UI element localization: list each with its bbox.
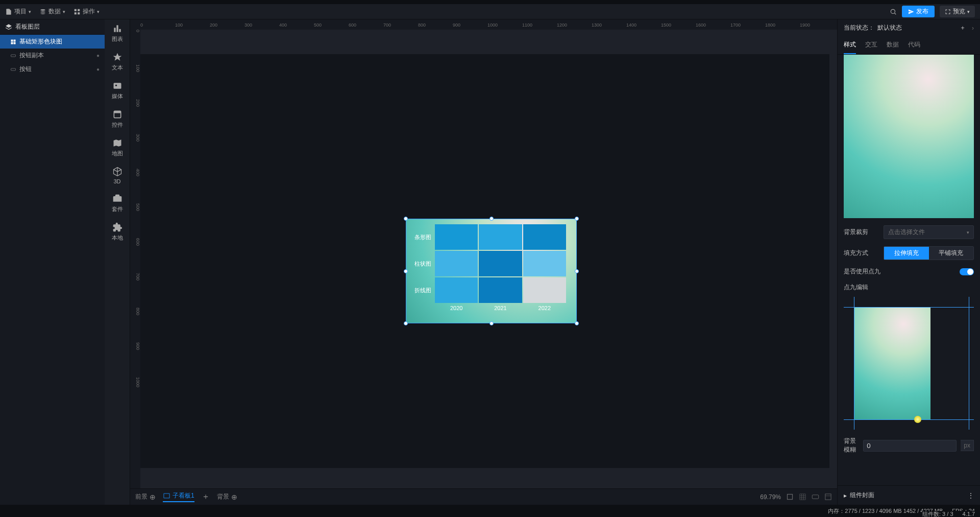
resize-handle-tl[interactable] <box>404 217 408 221</box>
resize-handle-l[interactable] <box>404 269 408 273</box>
tab-code[interactable]: 代码 <box>908 36 920 54</box>
layer-item-button-copy[interactable]: 按钮副本 ● <box>0 49 105 62</box>
nine-patch-toggle[interactable] <box>960 268 974 275</box>
selected-component[interactable]: 条形图 柱状图 折线图 202020212022 <box>406 219 577 323</box>
comp-map[interactable]: 地图 <box>112 138 123 157</box>
resize-handle-bl[interactable] <box>404 321 408 325</box>
properties-tabs: 样式 交互 数据 代码 <box>838 36 980 55</box>
bg-blur-unit: px <box>961 440 974 451</box>
comp-chart[interactable]: 图表 <box>112 24 123 43</box>
comp-text[interactable]: 文本 <box>112 52 123 72</box>
svg-rect-15 <box>113 83 121 89</box>
cover-label: 组件封面 <box>850 491 874 500</box>
menu-project[interactable]: 项目▾ <box>5 7 31 16</box>
nine-line-left[interactable] <box>854 297 854 430</box>
resize-handle-r[interactable] <box>575 269 579 273</box>
layer-item-label: 按钮 <box>19 65 32 74</box>
grid-icon <box>10 39 16 45</box>
suite-icon <box>112 194 122 204</box>
nine-line-right[interactable] <box>969 297 969 430</box>
layer-item-heatmap[interactable]: 基础矩形色块图 <box>0 35 105 49</box>
nine-line-top[interactable] <box>844 307 974 308</box>
nine-toggle-label: 是否使用点九 <box>844 267 955 276</box>
svg-rect-6 <box>11 39 13 41</box>
search-icon[interactable] <box>890 8 897 15</box>
resize-handle-tr[interactable] <box>575 217 579 221</box>
svg-rect-14 <box>119 29 120 32</box>
state-row: 当前状态： 默认状态 ＋ › <box>838 19 980 36</box>
puzzle-icon <box>112 222 122 232</box>
visibility-icon[interactable]: ● <box>96 66 100 72</box>
layer-item-button[interactable]: 按钮 ● <box>0 62 105 76</box>
chevron-right-icon[interactable]: › <box>972 25 974 32</box>
bg-blur-label: 背景模糊 <box>844 437 859 454</box>
svg-rect-3 <box>78 12 80 14</box>
add-state-button[interactable]: ＋ <box>960 24 966 32</box>
state-label: 当前状态： <box>844 24 874 32</box>
comp-suite[interactable]: 套件 <box>112 194 123 213</box>
ruler-horizontal: 0100200300400500600700800900100011001200… <box>140 19 837 30</box>
svg-rect-11 <box>11 68 16 70</box>
bg-crop-label: 背景裁剪 <box>844 228 879 237</box>
resize-handle-t[interactable] <box>489 217 494 221</box>
comp-control[interactable]: 控件 <box>112 109 123 129</box>
svg-rect-22 <box>825 494 831 500</box>
nine-patch-preview <box>854 307 930 419</box>
fill-stretch-button[interactable]: 拉伸填充 <box>884 247 929 260</box>
fill-mode-segment: 拉伸填充 平铺填充 <box>884 246 974 260</box>
bottom-tabs: 前景⊕ 子看板1 ＋ 背景⊕ 69.79% <box>130 488 837 505</box>
svg-rect-19 <box>164 494 169 498</box>
menu-operations[interactable]: 操作▾ <box>74 7 100 16</box>
comp-3d[interactable]: 3D <box>112 167 122 184</box>
comp-local[interactable]: 本地 <box>112 222 123 242</box>
svg-rect-13 <box>116 25 118 32</box>
zoom-readout: 69.79% <box>760 494 781 501</box>
button-icon <box>10 53 16 59</box>
canvas: 0100200300400500600700800900100011001200… <box>130 19 837 505</box>
menu-data[interactable]: 数据▾ <box>39 7 65 16</box>
nine-line-bottom[interactable] <box>844 419 974 420</box>
svg-rect-1 <box>78 9 80 11</box>
resize-handle-br[interactable] <box>575 321 579 325</box>
tab-style[interactable]: 样式 <box>844 36 856 54</box>
button-icon <box>10 66 16 73</box>
media-icon <box>112 81 122 91</box>
layer-panel: 看板图层 基础矩形色块图 按钮副本 ● 按钮 ● <box>0 19 105 505</box>
resize-handle-b[interactable] <box>489 321 494 325</box>
fit-icon[interactable] <box>786 493 794 501</box>
publish-button[interactable]: 发布 <box>902 6 935 17</box>
tab-background[interactable]: 背景⊕ <box>217 492 237 501</box>
tab-interact[interactable]: 交互 <box>865 36 877 54</box>
publish-label: 发布 <box>916 7 928 16</box>
nine-edit-label: 点九编辑 <box>844 283 868 292</box>
tab-data[interactable]: 数据 <box>887 36 899 54</box>
more-icon[interactable]: ⋮ <box>968 492 974 499</box>
preview-button[interactable]: 预览▾ <box>940 6 975 17</box>
component-cover-section[interactable]: ▸ 组件封面 ⋮ <box>838 485 980 505</box>
tab-foreground[interactable]: 前景⊕ <box>135 492 156 501</box>
nine-patch-editor[interactable] <box>844 297 974 430</box>
tab-add[interactable]: ＋ <box>202 491 210 502</box>
canvas-content[interactable]: 条形图 柱状图 折线图 202020212022 <box>140 30 837 505</box>
tab-subboard[interactable]: 子看板1 <box>163 491 194 502</box>
status-version: 4.1.7 <box>963 511 975 517</box>
visibility-icon[interactable]: ● <box>96 53 100 58</box>
text-icon <box>112 52 122 62</box>
comp-media[interactable]: 媒体 <box>112 81 123 100</box>
layout-icon[interactable] <box>824 493 832 501</box>
svg-rect-9 <box>14 42 16 44</box>
bg-crop-select[interactable]: 点击选择文件▾ <box>884 225 974 239</box>
bg-blur-input[interactable] <box>863 440 957 452</box>
nine-patch-handle[interactable] <box>914 416 921 423</box>
grid-toggle-icon[interactable] <box>799 493 806 501</box>
cube-icon <box>112 167 122 177</box>
status-count: 组件数: 3 / 3 <box>922 510 953 518</box>
layer-item-label: 基础矩形色块图 <box>19 37 62 46</box>
layer-panel-title: 看板图层 <box>15 22 40 31</box>
fill-tile-button[interactable]: 平铺填充 <box>929 247 974 260</box>
fill-label: 填充方式 <box>844 249 879 257</box>
properties-panel: 当前状态： 默认状态 ＋ › 样式 交互 数据 代码 背景裁剪 点击选择文件▾ … <box>837 19 980 505</box>
layer-panel-header: 看板图层 <box>0 19 105 35</box>
keyboard-icon[interactable] <box>812 493 819 501</box>
svg-line-5 <box>894 13 896 14</box>
